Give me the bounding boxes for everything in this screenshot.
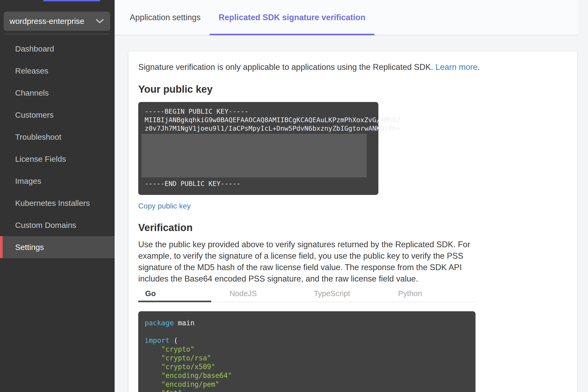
- redacted-key-region: [141, 134, 367, 177]
- sidebar-item-channels[interactable]: Channels: [0, 82, 115, 104]
- sidebar-item-customers[interactable]: Customers: [0, 104, 115, 126]
- verification-description: Use the public key provided above to ver…: [138, 239, 475, 284]
- sidebar-item-dashboard[interactable]: Dashboard: [0, 38, 115, 60]
- sidebar-item-label: Releases: [15, 66, 48, 75]
- code-tab-nodejs[interactable]: NodeJS: [223, 287, 307, 302]
- sidebar-nav: DashboardReleasesChannelsCustomersTroubl…: [0, 38, 115, 258]
- signature-verification-card: Signature verification is only applicabl…: [128, 51, 578, 392]
- chevron-down-icon: [96, 19, 104, 24]
- code-tab-typescript[interactable]: TypeScript: [307, 287, 391, 302]
- code-language-tabs: GoNodeJSTypeScriptPython: [138, 287, 475, 302]
- top-progress-bar: [43, 0, 100, 1]
- sidebar-item-releases[interactable]: Releases: [0, 60, 115, 82]
- sidebar-item-kubernetes-installers[interactable]: Kubernetes Installers: [0, 192, 115, 214]
- sidebar-item-label: Custom Domains: [15, 221, 76, 230]
- main-content: Application settingsReplicated SDK signa…: [115, 0, 588, 392]
- public-key-block: -----BEGIN PUBLIC KEY----- MIIBIjANBgkqh…: [138, 102, 378, 195]
- public-key-heading: Your public key: [138, 84, 568, 95]
- intro-text-before: Signature verification is only applicabl…: [138, 62, 435, 72]
- sidebar-item-settings[interactable]: Settings: [0, 236, 115, 258]
- app-selector-dropdown[interactable]: wordpress-enterprise: [4, 12, 110, 31]
- sidebar-item-license-fields[interactable]: License Fields: [0, 148, 115, 170]
- sidebar-item-label: Channels: [15, 88, 49, 97]
- intro-text-after: .: [478, 62, 480, 72]
- code-tab-go[interactable]: Go: [138, 287, 223, 302]
- app-selector-label: wordpress-enterprise: [10, 17, 84, 26]
- settings-tabbar: Application settingsReplicated SDK signa…: [115, 0, 578, 35]
- pem-end-line: -----END PUBLIC KEY-----: [145, 180, 372, 188]
- sidebar-item-label: Dashboard: [15, 44, 54, 53]
- code-tab-python[interactable]: Python: [391, 287, 475, 302]
- sidebar-item-label: Kubernetes Installers: [15, 199, 90, 208]
- verification-heading: Verification: [138, 222, 568, 233]
- copy-public-key-link[interactable]: Copy public key: [138, 202, 191, 210]
- pem-line-3: z0v7Jh7M1NgV1joeu9l1/IaCPsMpyIcL+Dnw5Pdv…: [145, 124, 372, 133]
- learn-more-link[interactable]: Learn more: [435, 62, 478, 72]
- sidebar-item-label: Settings: [15, 243, 44, 252]
- sidebar-item-label: Troubleshoot: [15, 133, 61, 142]
- go-code: package main import ( "crypto" "crypto/r…: [145, 319, 469, 392]
- pem-begin-line: -----BEGIN PUBLIC KEY-----: [145, 107, 372, 116]
- tab-application-settings[interactable]: Application settings: [121, 0, 210, 35]
- go-code-block: package main import ( "crypto" "crypto/r…: [138, 311, 475, 392]
- sidebar-item-custom-domains[interactable]: Custom Domains: [0, 214, 115, 236]
- sidebar-item-label: License Fields: [15, 155, 66, 164]
- sidebar-divider: [4, 34, 111, 35]
- sidebar-item-troubleshoot[interactable]: Troubleshoot: [0, 126, 115, 148]
- sidebar-item-label: Customers: [15, 110, 54, 120]
- sidebar-item-label: Images: [15, 177, 41, 186]
- tab-replicated-sdk-signature-verification[interactable]: Replicated SDK signature verification: [210, 0, 374, 35]
- intro-text: Signature verification is only applicabl…: [138, 62, 568, 72]
- sidebar: wordpress-enterprise DashboardReleasesCh…: [0, 0, 115, 392]
- sidebar-item-images[interactable]: Images: [0, 170, 115, 192]
- pem-line-2: MIIBIjANBgkqhkiG9w0BAQEFAAOCAQ8AMIIBCgKC…: [145, 116, 372, 124]
